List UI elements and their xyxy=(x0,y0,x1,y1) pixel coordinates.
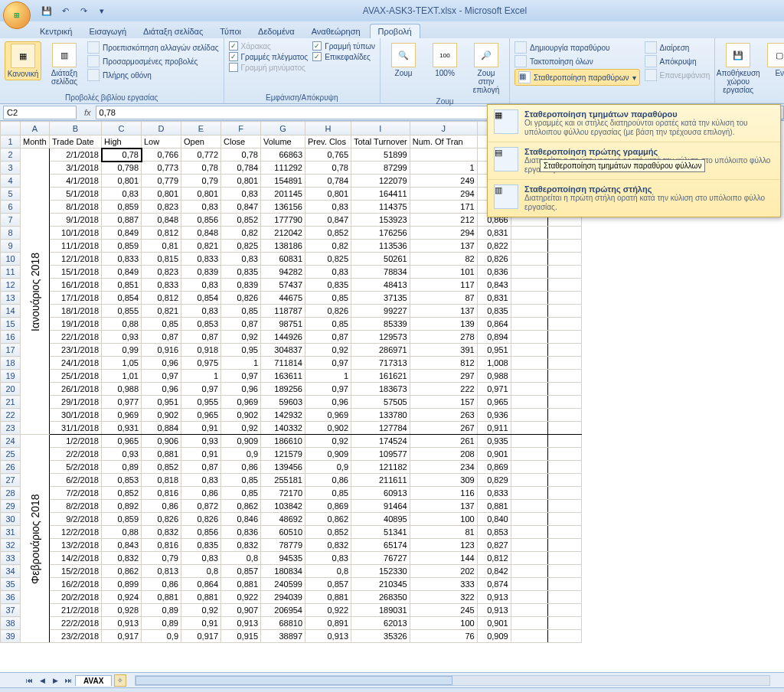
ribbon: ▦Κανονική ▥Διάταξη σελίδας Προεπισκόπηση… xyxy=(0,38,784,104)
qat-dropdown-icon[interactable]: ▾ xyxy=(95,4,109,18)
quick-access-toolbar: 💾 ↶ ↷ ▾ xyxy=(40,4,109,18)
new-sheet-icon[interactable]: ✧ xyxy=(114,674,126,687)
office-button[interactable]: ⊞ xyxy=(3,2,31,29)
zoom-button[interactable]: 🔍Ζουμ xyxy=(385,41,422,79)
horizontal-scrollbar[interactable] xyxy=(135,675,770,686)
freeze-col-icon: ▥ xyxy=(494,184,518,209)
name-box[interactable]: C2 xyxy=(3,106,77,119)
redo-icon[interactable]: ↷ xyxy=(77,4,90,18)
formulabar-checkbox[interactable]: ✓Γραμμή τύπων xyxy=(312,41,375,51)
group-show-hide: Εμφάνιση/Απόκρυψη xyxy=(229,92,375,102)
messagebar-checkbox: ✓Γραμμή μηνύματος xyxy=(229,63,309,72)
freeze-panes-icon: ▦ xyxy=(494,109,518,134)
hide-button[interactable]: Απόκρυψη xyxy=(645,55,710,67)
unhide-button: Επανεμφάνιση xyxy=(645,69,710,81)
save-workspace-button[interactable]: 💾Αποθήκευση χώρου εργασίας xyxy=(720,41,756,96)
freeze-panes-button[interactable]: ▦Σταθεροποίηση παραθύρων▾ xyxy=(514,69,640,86)
split-button[interactable]: Διαίρεση xyxy=(645,41,710,54)
custom-views-button[interactable]: Προσαρμοσμένες προβολές xyxy=(87,55,219,67)
new-window-button[interactable]: Δημιουργία παραθύρου xyxy=(514,41,640,54)
gridlines-checkbox[interactable]: ✓Γραμμές πλέγματος xyxy=(229,52,309,61)
group-workbook-views: Προβολές βιβλίου εργασίας xyxy=(5,92,219,102)
tab-review[interactable]: Αναθεώρηση xyxy=(304,24,368,38)
fullscreen-button[interactable]: Πλήρης οθόνη xyxy=(87,69,219,81)
chevron-down-icon: ▾ xyxy=(632,73,636,82)
freeze-row-icon: ▤ xyxy=(494,147,518,171)
window-title: AVAX-ASK3-TEXT.xlsx - Microsoft Excel xyxy=(109,5,781,16)
undo-icon[interactable]: ↶ xyxy=(58,4,72,18)
ruler-checkbox: ✓Χάρακας xyxy=(229,41,309,51)
freeze-panes-menu: ▦ Σταθεροποίηση τμημάτων παραθύρουΟι γρα… xyxy=(487,104,781,217)
headings-checkbox[interactable]: ✓Επικεφαλίδες xyxy=(312,52,375,61)
arrange-all-button[interactable]: Τακτοποίηση όλων xyxy=(514,55,640,67)
sheet-nav-first[interactable]: ⏮ xyxy=(23,674,35,687)
sheet-nav-next[interactable]: ▶ xyxy=(49,674,61,687)
zoom-selection-button[interactable]: 🔎Ζουμ στην επιλογή xyxy=(468,41,505,96)
switch-windows-button[interactable]: ▢Εν xyxy=(761,41,784,79)
tab-data[interactable]: Δεδομένα xyxy=(250,24,302,38)
tab-home[interactable]: Κεντρική xyxy=(32,24,80,38)
freeze-top-row-item[interactable]: ▤ Σταθεροποίηση πρώτης γραμμήςΔιατηρείτα… xyxy=(488,142,780,180)
sheet-tab-avax[interactable]: AVAX xyxy=(75,675,112,686)
zoom-100-button[interactable]: 100100% xyxy=(426,41,463,79)
pagebreak-preview-button[interactable]: Προεπισκόπηση αλλαγών σελίδας xyxy=(87,41,219,54)
tab-formulas[interactable]: Τύποι xyxy=(212,24,249,38)
tab-insert[interactable]: Εισαγωγή xyxy=(81,24,134,38)
freeze-first-col-item[interactable]: ▥ Σταθεροποίηση πρώτης στήληςΔιατηρείται… xyxy=(488,180,780,217)
fx-icon[interactable]: fx xyxy=(80,108,96,117)
sheet-nav-prev[interactable]: ◀ xyxy=(36,674,48,687)
status-bar: Έτοιμο xyxy=(0,687,784,692)
normal-view-button[interactable]: ▦Κανονική xyxy=(5,41,41,80)
tab-pagelayout[interactable]: Διάταξη σελίδας xyxy=(136,24,211,38)
sheet-nav-last[interactable]: ⏭ xyxy=(62,674,74,687)
tab-view[interactable]: Προβολή xyxy=(370,24,420,38)
ribbon-tabs: Κεντρική Εισαγωγή Διάταξη σελίδας Τύποι … xyxy=(0,21,784,38)
page-layout-button[interactable]: ▥Διάταξη σελίδας xyxy=(46,41,83,87)
save-icon[interactable]: 💾 xyxy=(40,4,54,18)
freeze-panes-item[interactable]: ▦ Σταθεροποίηση τμημάτων παραθύρουΟι γρα… xyxy=(488,105,780,142)
tooltip: Σταθεροποίηση τμημάτων παραθύρου φύλλων xyxy=(540,159,705,172)
